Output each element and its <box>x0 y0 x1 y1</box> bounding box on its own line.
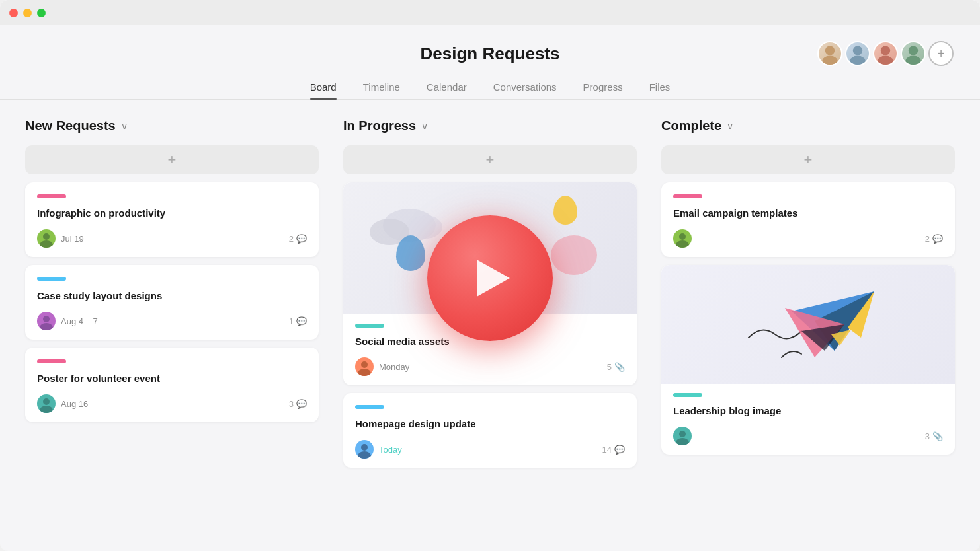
svg-point-5 <box>878 56 893 66</box>
column-header-complete: Complete ∨ <box>661 118 955 133</box>
card-user: Monday <box>355 357 409 376</box>
svg-point-19 <box>676 240 689 248</box>
decoration-pink <box>551 235 597 275</box>
comment-icon: 💬 <box>932 234 943 244</box>
card-illustration <box>661 265 955 384</box>
svg-point-2 <box>853 46 862 55</box>
add-member-button[interactable]: + <box>928 41 954 66</box>
card-title: Email campaign templates <box>673 206 943 220</box>
svg-point-15 <box>358 369 371 376</box>
maximize-button[interactable] <box>37 9 46 17</box>
chevron-down-icon: ∨ <box>727 121 733 131</box>
card-user: Today <box>355 440 402 459</box>
close-button[interactable] <box>9 9 18 17</box>
card-footer: Aug 16 3 💬 <box>37 394 307 413</box>
svg-point-6 <box>909 46 918 55</box>
card-user: Aug 4 – 7 <box>37 312 98 330</box>
card-date: Aug 4 – 7 <box>61 316 98 326</box>
avatar <box>37 312 56 330</box>
svg-point-3 <box>850 56 865 66</box>
tab-calendar[interactable]: Calendar <box>427 76 467 99</box>
svg-point-7 <box>905 56 920 66</box>
card-title: Leadership blog image <box>673 404 943 418</box>
card-poster[interactable]: Poster for volunteer event Aug 16 3 💬 <box>25 348 319 422</box>
card-date: Jul 19 <box>61 234 84 244</box>
card-tag-teal <box>355 324 384 328</box>
avatar <box>355 440 374 459</box>
comment-icon: 💬 <box>296 234 307 244</box>
add-card-button-progress[interactable]: + <box>343 145 637 174</box>
card-date-today: Today <box>379 445 402 455</box>
card-user: Jul 19 <box>37 229 84 248</box>
card-meta: 3 📎 <box>925 431 943 441</box>
tab-files[interactable]: Files <box>649 76 671 99</box>
card-tag-pink <box>673 194 702 198</box>
card-meta: 2 💬 <box>925 234 943 244</box>
card-body: Leadership blog image 3 📎 <box>661 384 955 455</box>
svg-point-18 <box>679 233 686 240</box>
svg-point-16 <box>361 444 368 451</box>
avatar-2 <box>845 41 870 66</box>
card-meta: 5 📎 <box>607 362 625 372</box>
card-tag-pink <box>37 194 66 198</box>
svg-point-12 <box>43 398 50 405</box>
card-meta: 14 💬 <box>602 445 625 455</box>
card-footer: Jul 19 2 💬 <box>37 229 307 248</box>
card-footer: 2 💬 <box>673 229 943 248</box>
svg-point-11 <box>40 323 53 330</box>
column-in-progress: In Progress ∨ + <box>331 118 649 534</box>
card-user <box>673 229 692 248</box>
svg-point-27 <box>676 438 689 445</box>
comment-icon: 💬 <box>296 316 307 326</box>
card-meta: 2 💬 <box>289 234 307 244</box>
tab-conversations[interactable]: Conversations <box>493 76 557 99</box>
column-header-in-progress: In Progress ∨ <box>343 118 637 133</box>
card-user: Aug 16 <box>37 394 88 413</box>
card-infographic[interactable]: Infographic on productivity Jul 19 2 💬 <box>25 182 319 257</box>
add-card-button-complete[interactable]: + <box>661 145 955 174</box>
avatar-group: + <box>817 41 954 66</box>
comment-count: 3 <box>289 399 294 409</box>
tab-board[interactable]: Board <box>310 76 337 99</box>
play-button[interactable] <box>427 215 553 341</box>
card-tag-blue <box>37 277 66 281</box>
svg-point-9 <box>40 240 53 248</box>
card-footer: Today 14 💬 <box>355 440 625 459</box>
card-email-campaign[interactable]: Email campaign templates 2 💬 <box>661 182 955 257</box>
video-overlay[interactable] <box>427 215 553 341</box>
comment-count: 2 <box>289 234 294 244</box>
card-footer: 3 📎 <box>673 427 943 445</box>
card-social-media[interactable]: Social media assets Monday 5 📎 <box>343 182 637 385</box>
minimize-button[interactable] <box>23 9 32 17</box>
card-user <box>673 427 692 445</box>
avatar-4 <box>901 41 926 66</box>
add-card-button-new[interactable]: + <box>25 145 319 174</box>
paper-plane-illustration <box>729 272 887 377</box>
comment-count: 3 <box>925 431 930 441</box>
card-title: Case study layout designs <box>37 289 307 303</box>
card-leadership[interactable]: Leadership blog image 3 📎 <box>661 265 955 455</box>
card-title: Poster for volunteer event <box>37 371 307 385</box>
card-homepage[interactable]: Homepage design update Today 14 💬 <box>343 393 637 468</box>
svg-point-26 <box>679 431 686 437</box>
column-header-new-requests: New Requests ∨ <box>25 118 319 133</box>
card-tag-teal <box>673 393 702 397</box>
avatar-3 <box>873 41 898 66</box>
chevron-down-icon: ∨ <box>421 121 428 131</box>
tab-timeline[interactable]: Timeline <box>363 76 400 99</box>
svg-point-1 <box>822 56 837 66</box>
card-case-study[interactable]: Case study layout designs Aug 4 – 7 1 💬 <box>25 265 319 340</box>
card-footer: Aug 4 – 7 1 💬 <box>37 312 307 330</box>
svg-point-8 <box>43 233 50 240</box>
avatar <box>355 357 374 376</box>
card-date: Aug 16 <box>61 399 88 409</box>
card-date: Monday <box>379 362 409 372</box>
tab-progress[interactable]: Progress <box>583 76 623 99</box>
card-tag-blue <box>355 405 384 409</box>
attachment-icon: 📎 <box>932 431 943 441</box>
comment-count: 5 <box>607 362 612 372</box>
comment-icon: 💬 <box>296 399 307 409</box>
titlebar <box>0 0 980 25</box>
card-meta: 1 💬 <box>289 316 307 326</box>
svg-point-10 <box>43 316 50 322</box>
